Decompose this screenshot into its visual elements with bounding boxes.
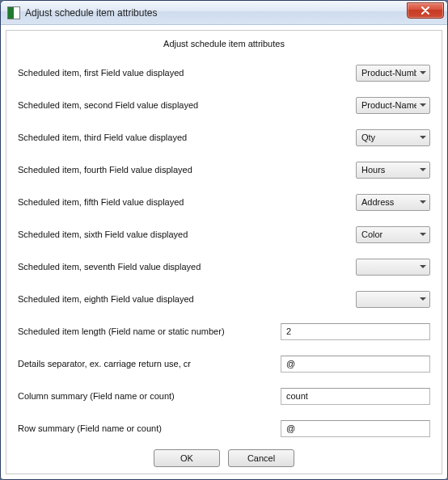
row-field-2: Scheduled item, second Field value displ… [18, 89, 430, 121]
label-field-6: Scheduled item, sixth Field value displa… [18, 229, 356, 239]
select-field-3[interactable]: Qty [356, 129, 430, 146]
select-field-5[interactable]: Address [356, 194, 430, 211]
dialog-window: Adjust schedule item attributes Adjust s… [0, 0, 448, 480]
label-field-2: Scheduled item, second Field value displ… [18, 100, 356, 110]
chevron-down-icon [420, 265, 426, 268]
ok-button[interactable]: OK [154, 449, 220, 467]
label-field-8: Scheduled item, eighth Field value displ… [18, 294, 356, 304]
select-field-1-value: Product-Number [361, 68, 416, 78]
form-rows: Scheduled item, first Field value displa… [18, 57, 430, 444]
select-field-6-value: Color [361, 229, 416, 239]
row-field-4: Scheduled item, fourth Field value displ… [18, 154, 430, 186]
label-field-4: Scheduled item, fourth Field value displ… [18, 165, 356, 175]
label-item-length: Scheduled item length (Field name or sta… [18, 326, 281, 336]
select-field-1[interactable]: Product-Number [356, 65, 430, 82]
chevron-down-icon [420, 103, 426, 107]
chevron-down-icon [420, 200, 426, 204]
chevron-down-icon [420, 297, 426, 301]
titlebar: Adjust schedule item attributes [1, 1, 447, 25]
label-field-1: Scheduled item, first Field value displa… [18, 68, 356, 78]
label-row-summary: Row summary (Field name or count) [18, 423, 281, 433]
input-details-separator[interactable] [281, 356, 430, 373]
chevron-down-icon [420, 71, 426, 74]
app-icon [7, 6, 20, 19]
button-bar: OK Cancel [18, 444, 430, 469]
row-field-6: Scheduled item, sixth Field value displa… [18, 218, 430, 251]
form-heading: Adjust schedule item attributes [18, 39, 430, 48]
input-row-summary[interactable] [281, 420, 430, 437]
row-field-1: Scheduled item, first Field value displa… [18, 57, 430, 89]
row-column-summary: Column summary (Field name or count) [18, 380, 430, 412]
input-item-length[interactable] [281, 323, 430, 340]
select-field-4-value: Hours [361, 165, 416, 175]
window-title: Adjust schedule item attributes [25, 7, 407, 19]
select-field-3-value: Qty [361, 133, 416, 142]
select-field-2-value: Product-Name [361, 100, 416, 110]
row-field-3: Scheduled item, third Field value displa… [18, 121, 430, 154]
select-field-4[interactable]: Hours [356, 162, 430, 179]
input-column-summary[interactable] [281, 388, 430, 405]
select-field-6[interactable]: Color [356, 226, 430, 243]
label-field-3: Scheduled item, third Field value displa… [18, 133, 356, 142]
row-details-separator: Details separator, ex. carriage return u… [18, 347, 430, 380]
window-close-button[interactable] [407, 2, 444, 19]
dialog-content: Adjust schedule item attributes Schedule… [6, 30, 442, 474]
row-field-5: Scheduled item, fifth Field value displa… [18, 186, 430, 218]
select-field-8[interactable] [356, 291, 430, 308]
chevron-down-icon [420, 168, 426, 171]
row-field-7: Scheduled item, seventh Field value disp… [18, 251, 430, 283]
close-icon [421, 6, 430, 15]
row-item-length: Scheduled item length (Field name or sta… [18, 315, 430, 347]
select-field-2[interactable]: Product-Name [356, 97, 430, 114]
label-field-5: Scheduled item, fifth Field value displa… [18, 197, 356, 207]
row-row-summary: Row summary (Field name or count) [18, 412, 430, 444]
label-column-summary: Column summary (Field name or count) [18, 391, 281, 401]
chevron-down-icon [420, 233, 426, 236]
label-field-7: Scheduled item, seventh Field value disp… [18, 262, 356, 272]
row-field-8: Scheduled item, eighth Field value displ… [18, 283, 430, 315]
chevron-down-icon [420, 136, 426, 139]
select-field-5-value: Address [361, 197, 416, 207]
select-field-7[interactable] [356, 259, 430, 276]
cancel-button[interactable]: Cancel [228, 449, 294, 467]
label-details-separator: Details separator, ex. carriage return u… [18, 359, 281, 368]
